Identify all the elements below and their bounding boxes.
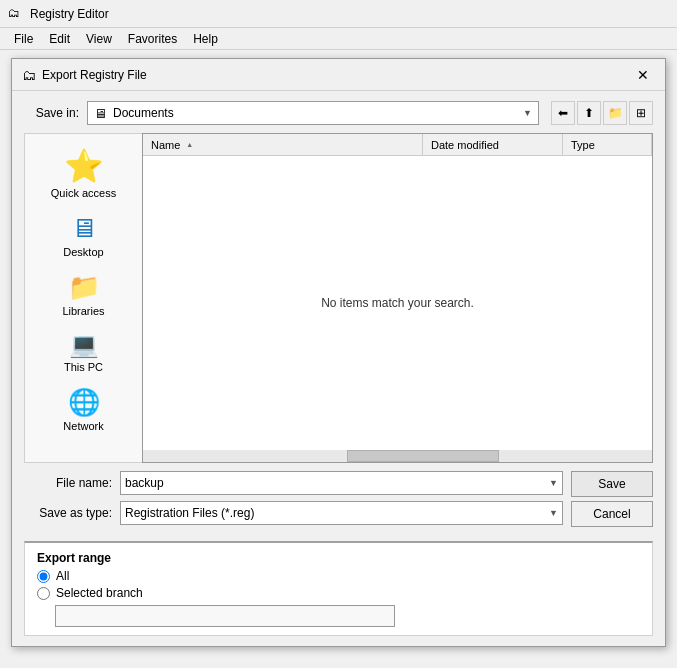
save-as-type-label: Save as type: [24, 506, 112, 520]
file-name-input-wrapper[interactable]: ▼ [120, 471, 563, 495]
cancel-button[interactable]: Cancel [571, 501, 653, 527]
dialog-close-button[interactable]: ✕ [631, 63, 655, 87]
save-as-type-arrow: ▼ [549, 508, 558, 518]
new-folder-icon: 📁 [608, 106, 623, 120]
app-title: Registry Editor [30, 7, 109, 21]
network-icon: 🌐 [68, 387, 100, 418]
export-dialog: 🗂 Export Registry File ✕ Save in: 🖥 Docu… [11, 58, 666, 647]
app-icon: 🗂 [8, 6, 24, 22]
scrollbar-thumb[interactable] [347, 450, 500, 462]
documents-folder-icon: 🖥 [94, 106, 107, 121]
bottom-form: File name: ▼ Save as type: Registration … [24, 463, 653, 535]
sidebar: ⭐ Quick access 🖥 Desktop 📁 Libraries 💻 T… [24, 133, 142, 463]
save-in-dropdown-arrow: ▼ [523, 108, 532, 118]
dialog-icon: 🗂 [22, 67, 36, 83]
menu-favorites[interactable]: Favorites [120, 30, 185, 48]
view-icon: ⊞ [636, 106, 646, 120]
save-in-value: Documents [113, 106, 174, 120]
save-in-combo-content: 🖥 Documents [94, 106, 174, 121]
desktop-icon: 🖥 [71, 213, 97, 244]
dialog-title-bar: 🗂 Export Registry File ✕ [12, 59, 665, 91]
menu-file[interactable]: File [6, 30, 41, 48]
file-list-header: Name Date modified Type [143, 134, 652, 156]
save-as-type-value: Registration Files (*.reg) [125, 506, 254, 520]
sidebar-item-quick-access-label: Quick access [51, 187, 116, 199]
form-with-buttons: File name: ▼ Save as type: Registration … [24, 471, 653, 531]
up-folder-button[interactable]: ⬆ [577, 101, 601, 125]
column-name[interactable]: Name [143, 134, 423, 155]
sidebar-item-quick-access[interactable]: ⭐ Quick access [29, 142, 138, 204]
column-date-modified[interactable]: Date modified [423, 134, 563, 155]
export-branch-radio[interactable] [37, 587, 50, 600]
file-name-label: File name: [24, 476, 112, 490]
button-column: Save Cancel [563, 471, 653, 531]
sidebar-item-desktop-label: Desktop [63, 246, 103, 258]
sidebar-item-network-label: Network [63, 420, 103, 432]
save-as-type-row: Save as type: Registration Files (*.reg)… [24, 501, 563, 525]
dialog-title: Export Registry File [42, 68, 147, 82]
up-folder-icon: ⬆ [584, 106, 594, 120]
file-name-row: File name: ▼ [24, 471, 563, 495]
export-range-section: Export range All Selected branch [24, 541, 653, 636]
export-all-row: All [37, 569, 640, 583]
horizontal-scrollbar[interactable] [143, 450, 652, 462]
sidebar-item-desktop[interactable]: 🖥 Desktop [29, 208, 138, 263]
export-branch-label: Selected branch [56, 586, 143, 600]
view-button[interactable]: ⊞ [629, 101, 653, 125]
sort-arrow-name [184, 140, 193, 149]
export-branch-row: Selected branch [37, 586, 640, 600]
save-button[interactable]: Save [571, 471, 653, 497]
dialog-body: Save in: 🖥 Documents ▼ ⬅ ⬆ 📁 [12, 91, 665, 646]
new-folder-button[interactable]: 📁 [603, 101, 627, 125]
toolbar-buttons: ⬅ ⬆ 📁 ⊞ [551, 101, 653, 125]
export-all-radio[interactable] [37, 570, 50, 583]
menu-edit[interactable]: Edit [41, 30, 78, 48]
sidebar-item-network[interactable]: 🌐 Network [29, 382, 138, 437]
save-as-type-select[interactable]: Registration Files (*.reg) ▼ [120, 501, 563, 525]
libraries-icon: 📁 [68, 272, 100, 303]
menu-bar: File Edit View Favorites Help [0, 28, 677, 50]
sidebar-item-libraries-label: Libraries [62, 305, 104, 317]
menu-view[interactable]: View [78, 30, 120, 48]
menu-help[interactable]: Help [185, 30, 226, 48]
file-list-empty-message: No items match your search. [143, 156, 652, 450]
save-in-row: Save in: 🖥 Documents ▼ ⬅ ⬆ 📁 [24, 101, 653, 125]
save-in-label: Save in: [24, 106, 79, 120]
sidebar-item-libraries[interactable]: 📁 Libraries [29, 267, 138, 322]
export-branch-input[interactable] [55, 605, 395, 627]
app-title-bar: 🗂 Registry Editor [0, 0, 677, 28]
save-in-combo[interactable]: 🖥 Documents ▼ [87, 101, 539, 125]
scrollbar-track [143, 450, 652, 462]
back-icon: ⬅ [558, 106, 568, 120]
sidebar-item-this-pc-label: This PC [64, 361, 103, 373]
dialog-title-left: 🗂 Export Registry File [22, 67, 147, 83]
file-name-input[interactable] [125, 476, 549, 490]
filename-dropdown-arrow: ▼ [549, 478, 558, 488]
export-range-title: Export range [37, 551, 640, 565]
this-pc-icon: 💻 [69, 331, 99, 359]
main-area: ⭐ Quick access 🖥 Desktop 📁 Libraries 💻 T… [24, 133, 653, 463]
back-button[interactable]: ⬅ [551, 101, 575, 125]
form-fields: File name: ▼ Save as type: Registration … [24, 471, 563, 531]
column-type[interactable]: Type [563, 134, 652, 155]
quick-access-icon: ⭐ [64, 147, 104, 185]
sidebar-item-this-pc[interactable]: 💻 This PC [29, 326, 138, 378]
file-list-area: Name Date modified Type No items match y… [142, 133, 653, 463]
export-all-label: All [56, 569, 69, 583]
